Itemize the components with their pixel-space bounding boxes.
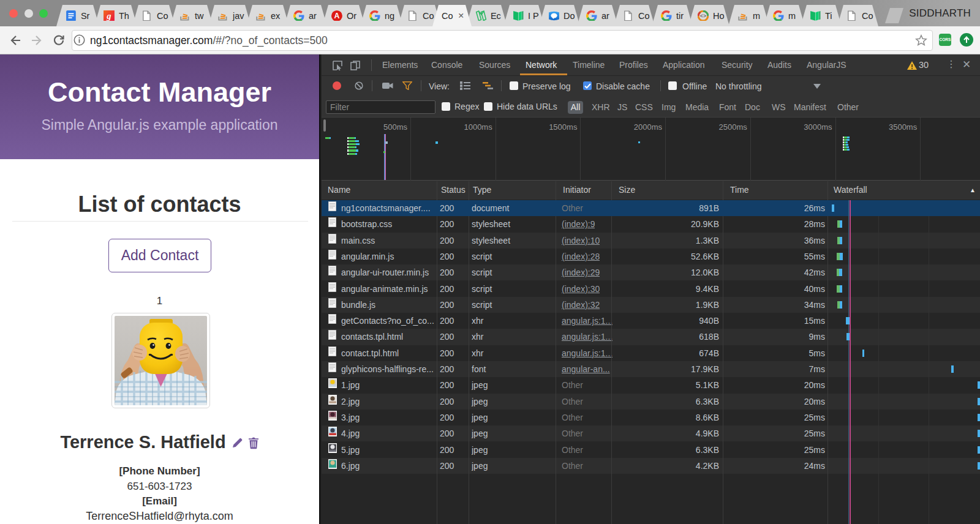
- svg-text:A: A: [334, 12, 340, 20]
- svg-text:g: g: [106, 11, 111, 21]
- svg-text:<>: <>: [700, 13, 706, 19]
